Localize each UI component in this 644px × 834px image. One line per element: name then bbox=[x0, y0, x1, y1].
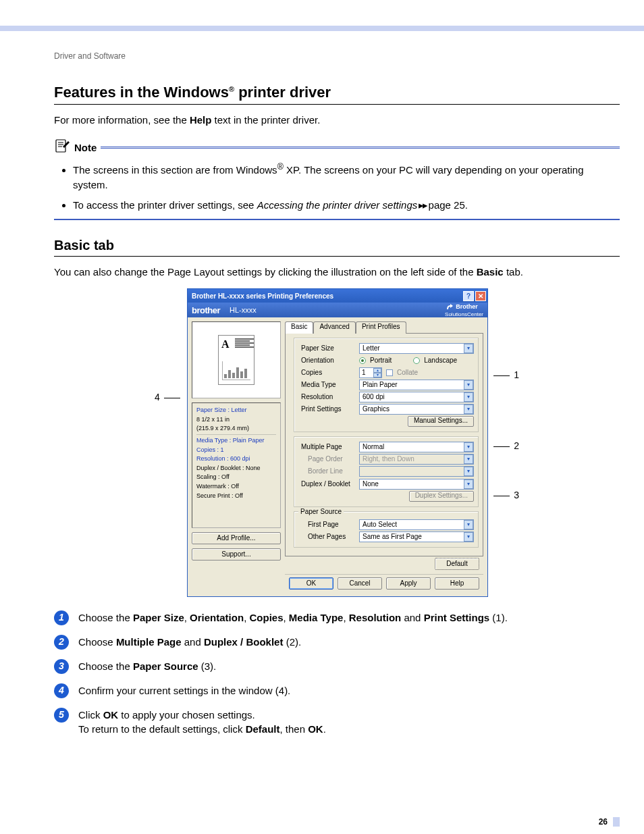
support-button[interactable]: Support... bbox=[192, 548, 281, 561]
add-profile-button[interactable]: Add Profile... bbox=[192, 532, 281, 544]
duplex-combo[interactable]: None▾ bbox=[359, 479, 474, 490]
step-badge: 4 bbox=[54, 683, 69, 698]
other-pages-combo[interactable]: Same as First Page▾ bbox=[359, 531, 474, 542]
manual-settings-button[interactable]: Manual Settings... bbox=[408, 416, 474, 427]
page-preview[interactable]: A bbox=[192, 321, 281, 398]
step-4: 4 Confirm your current settings in the w… bbox=[54, 683, 620, 698]
dialog-title: Brother HL-xxxx series Printing Preferen… bbox=[192, 292, 333, 300]
tabstrip: Basic Advanced Print Profiles bbox=[285, 321, 483, 334]
settings-summary: Paper Size : Letter 8 1/2 x 11 in (215.9… bbox=[192, 402, 281, 528]
paper-source-legend: Paper Source bbox=[298, 508, 344, 515]
section-title: Basic tab bbox=[54, 238, 620, 253]
breadcrumb: Driver and Software bbox=[54, 51, 620, 61]
note-rule bbox=[101, 147, 620, 149]
callout-2: 2 bbox=[493, 440, 519, 451]
callout-4: 4 bbox=[155, 392, 180, 402]
brand-logo: brother bbox=[192, 305, 220, 315]
border-line-combo: ▾ bbox=[359, 466, 474, 477]
close-button[interactable]: ✕ bbox=[475, 291, 486, 301]
note-label: Note bbox=[74, 142, 97, 153]
group-multipage: Multiple Page Normal▾ Page Order Right, … bbox=[294, 436, 479, 507]
group-paper-source: Paper Source First Page Auto Select▾ Oth… bbox=[294, 511, 479, 548]
solutions-center-link[interactable]: Brother SolutionsCenter bbox=[445, 303, 483, 317]
note-item-1: The screens in this section are from Win… bbox=[73, 161, 620, 192]
landscape-radio[interactable] bbox=[413, 357, 420, 364]
page-icon: A bbox=[218, 335, 254, 385]
page-title: Features in the Windows® printer driver bbox=[54, 84, 620, 101]
model-label: HL-xxxx bbox=[230, 306, 257, 314]
note-item-2: To access the printer driver settings, s… bbox=[73, 198, 620, 213]
note-icon bbox=[54, 138, 70, 157]
page-number: 26 bbox=[593, 817, 620, 827]
paper-size-combo[interactable]: Letter▾ bbox=[359, 343, 474, 354]
group-basic-top: Paper Size Letter▾ Orientation Portrait … bbox=[294, 338, 479, 432]
dialog-screenshot: 4 1 2 3 Brother HL-xxxx series Printing … bbox=[155, 288, 519, 597]
step-badge: 2 bbox=[54, 635, 69, 650]
step-3: 3 Choose the Paper Source (3). bbox=[54, 659, 620, 674]
apply-button[interactable]: Apply bbox=[386, 577, 431, 590]
callout-3: 3 bbox=[493, 490, 519, 500]
multiple-page-combo[interactable]: Normal▾ bbox=[359, 442, 474, 452]
title-sup: ® bbox=[229, 85, 234, 93]
default-button[interactable]: Default bbox=[435, 558, 479, 570]
print-settings-combo[interactable]: Graphics▾ bbox=[359, 404, 474, 415]
section-intro: You can also change the Page Layout sett… bbox=[54, 266, 620, 278]
step-badge: 5 bbox=[54, 708, 69, 723]
step-badge: 3 bbox=[54, 659, 69, 674]
step-1: 1 Choose the Paper Size, Orientation, Co… bbox=[54, 610, 620, 625]
titlebar: Brother HL-xxxx series Printing Preferen… bbox=[188, 289, 487, 303]
ok-button[interactable]: OK bbox=[289, 577, 333, 590]
intro-paragraph: For more information, see the Help text … bbox=[54, 114, 620, 126]
step-5: 5 Click OK to apply your chosen settings… bbox=[54, 708, 620, 736]
copies-spinner[interactable]: 1▴▾ bbox=[359, 367, 382, 378]
duplex-settings-button: Duplex Settings... bbox=[409, 491, 474, 502]
brand-row: brother HL-xxxx Brother SolutionsCenter bbox=[188, 303, 487, 317]
portrait-radio[interactable] bbox=[359, 357, 366, 364]
media-type-combo[interactable]: Plain Paper▾ bbox=[359, 380, 474, 390]
collate-checkbox[interactable] bbox=[386, 369, 393, 376]
callout-1: 1 bbox=[493, 369, 519, 380]
step-badge: 1 bbox=[54, 610, 69, 625]
first-page-combo[interactable]: Auto Select▾ bbox=[359, 519, 474, 530]
resolution-combo[interactable]: 600 dpi▾ bbox=[359, 392, 474, 402]
step-2: 2 Choose Multiple Page and Duplex / Book… bbox=[54, 635, 620, 650]
help-button-bottom[interactable]: Help bbox=[435, 577, 479, 590]
title-post: printer driver bbox=[234, 84, 331, 101]
cancel-button[interactable]: Cancel bbox=[338, 577, 382, 590]
title-pre: Features in the Windows bbox=[54, 84, 229, 101]
help-button[interactable]: ? bbox=[463, 291, 474, 301]
tab-basic[interactable]: Basic bbox=[285, 321, 313, 334]
page-order-combo: Right, then Down▾ bbox=[359, 454, 474, 465]
tab-advanced[interactable]: Advanced bbox=[313, 321, 355, 334]
tab-print-profiles[interactable]: Print Profiles bbox=[356, 321, 406, 334]
print-prefs-dialog: Brother HL-xxxx series Printing Preferen… bbox=[187, 288, 488, 597]
